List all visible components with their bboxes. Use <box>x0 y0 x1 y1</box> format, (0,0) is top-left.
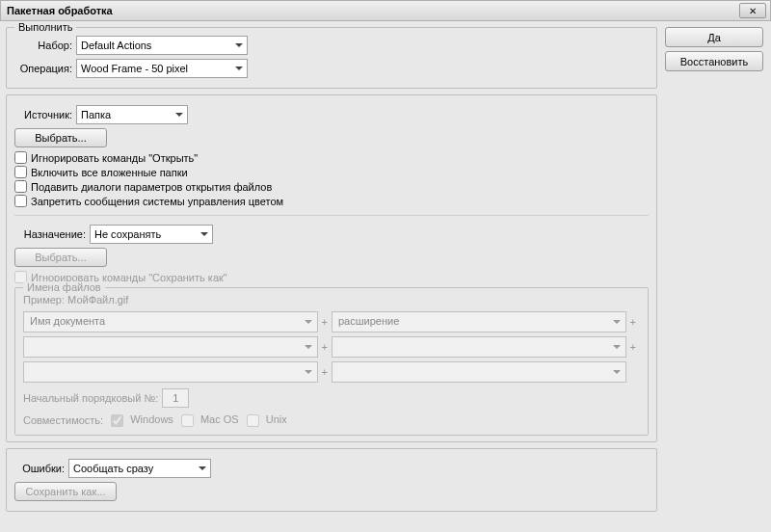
override-open-label: Игнорировать команды "Открыть" <box>31 152 198 164</box>
compat-mac-checkbox <box>181 414 194 427</box>
set-select-input[interactable]: Default Actions <box>76 36 248 55</box>
dest-select-input[interactable]: Не сохранять <box>90 225 213 244</box>
include-subfolders-label: Включить все вложенные папки <box>31 167 188 178</box>
filename-field-6 <box>332 361 626 383</box>
start-serial-input <box>162 388 189 408</box>
override-open-checkbox[interactable] <box>14 151 27 164</box>
filename-field-2: расширение <box>332 311 626 332</box>
compat-mac-label: Mac OS <box>200 413 239 425</box>
suppress-color-warnings-checkbox[interactable] <box>14 195 27 207</box>
suppress-open-dialogs-checkbox[interactable] <box>14 180 27 193</box>
set-label: Набор: <box>14 40 72 51</box>
operation-select-input[interactable]: Wood Frame - 50 pixel <box>76 59 248 78</box>
ok-button[interactable]: Да <box>665 27 763 47</box>
filename-field-1: Имя документа <box>23 311 318 332</box>
title-bar: Пакетная обработка ✕ <box>0 0 771 21</box>
source-select[interactable]: Папка <box>76 105 188 124</box>
errors-saveas-button: Сохранить как... <box>14 482 117 501</box>
set-select[interactable]: Default Actions <box>76 36 248 55</box>
suppress-open-dialogs-label: Подавить диалоги параметров открытия фай… <box>31 181 272 193</box>
suppress-color-warnings-label: Запретить сообщения системы управления ц… <box>31 196 283 207</box>
errors-group: Ошибки: Сообщать сразу Сохранить как... <box>6 448 657 512</box>
filenames-legend: Имена файлов <box>23 281 105 293</box>
close-icon: ✕ <box>749 6 757 16</box>
dest-choose-button: Выбрать... <box>14 248 107 267</box>
dest-select[interactable]: Не сохранять <box>90 225 213 244</box>
errors-label: Ошибки: <box>14 463 65 474</box>
plus-icon: + <box>626 341 640 353</box>
filenames-group: Имена файлов Пример: МойФайл.gif Имя док… <box>14 287 649 436</box>
plus-icon: + <box>626 316 640 328</box>
close-button[interactable]: ✕ <box>739 3 766 18</box>
example-value: МойФайл.gif <box>67 294 128 306</box>
source-choose-button[interactable]: Выбрать... <box>14 128 107 147</box>
compat-label: Совместимость: <box>23 414 103 426</box>
errors-select[interactable]: Сообщать сразу <box>68 459 211 478</box>
operation-label: Операция: <box>14 63 72 74</box>
play-legend: Выполнить <box>14 21 76 33</box>
compat-windows-checkbox <box>111 414 123 427</box>
compat-unix-label: Unix <box>266 413 287 425</box>
compat-windows-label: Windows <box>130 413 173 425</box>
source-dest-group: Источник: Папка Выбрать... Игнорировать … <box>6 94 657 442</box>
compat-unix-checkbox <box>247 414 259 427</box>
example-label: Пример: <box>23 294 65 306</box>
filename-field-5 <box>23 361 318 383</box>
source-label: Источник: <box>14 109 72 120</box>
errors-select-input[interactable]: Сообщать сразу <box>68 459 211 478</box>
filename-field-4 <box>332 336 626 358</box>
window-title: Пакетная обработка <box>5 5 739 16</box>
plus-icon: + <box>318 366 332 378</box>
play-group: Выполнить Набор: Default Actions Операци… <box>6 27 657 89</box>
plus-icon: + <box>318 341 332 353</box>
include-subfolders-checkbox[interactable] <box>14 166 27 178</box>
start-serial-label: Начальный порядковый №: <box>23 392 158 404</box>
plus-icon: + <box>318 316 332 328</box>
source-select-input[interactable]: Папка <box>76 105 188 124</box>
filename-field-3 <box>23 336 318 358</box>
operation-select[interactable]: Wood Frame - 50 pixel <box>76 59 248 78</box>
reset-button[interactable]: Восстановить <box>665 51 763 71</box>
dest-label: Назначение: <box>14 228 86 240</box>
